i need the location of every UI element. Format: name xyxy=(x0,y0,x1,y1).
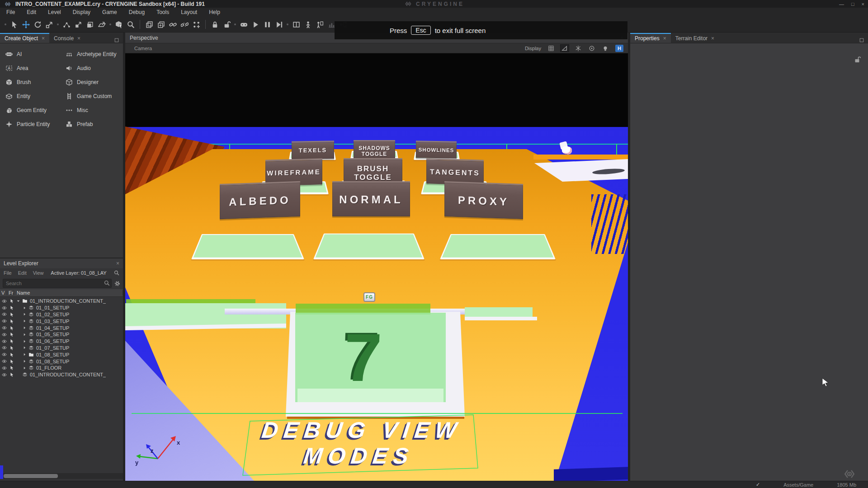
selectable-cursor-icon[interactable] xyxy=(9,339,14,343)
le-menu-view[interactable]: View xyxy=(33,270,44,276)
menu-file[interactable]: File xyxy=(6,9,15,15)
snap-pivot-button[interactable] xyxy=(72,19,84,30)
selectable-cursor-icon[interactable] xyxy=(9,299,14,303)
display-axis-button[interactable] xyxy=(574,44,583,52)
tab-close-icon[interactable]: × xyxy=(77,35,80,42)
selectable-cursor-icon[interactable] xyxy=(9,372,14,377)
create-item-geom-entity[interactable]: Geom Entity xyxy=(5,103,66,117)
select-object-button[interactable] xyxy=(113,19,125,30)
horizontal-scrollbar[interactable] xyxy=(0,473,123,479)
create-item-archetype-entity[interactable]: Archetype Entity xyxy=(66,47,126,61)
tree-row[interactable]: 01_FLOOR xyxy=(0,365,123,371)
tab-properties[interactable]: Properties× xyxy=(630,33,671,43)
le-menu-edit[interactable]: Edit xyxy=(18,270,27,276)
duplicate-button[interactable] xyxy=(143,19,155,30)
close-button[interactable]: × xyxy=(862,1,864,7)
sign-albedo[interactable]: ALBEDO xyxy=(220,181,300,219)
caret-right-icon[interactable] xyxy=(23,339,27,343)
layout-columns-button[interactable] xyxy=(290,19,302,30)
float-panel-icon[interactable] xyxy=(114,37,119,43)
le-menu-file[interactable]: File xyxy=(4,270,12,276)
snap-vertex-button[interactable] xyxy=(61,19,72,30)
caret-right-icon[interactable] xyxy=(23,306,27,310)
tab-console[interactable]: Console× xyxy=(49,33,85,43)
caret-right-icon[interactable] xyxy=(23,346,27,350)
create-item-area[interactable]: Area xyxy=(5,61,66,75)
lock-button[interactable] xyxy=(209,19,221,30)
viewport-3d-scene[interactable]: TEXELSSHADOWSTOGGLESHOWLINESWIREFRAMEBRU… xyxy=(125,53,628,481)
tree-row[interactable]: 01_08_SETUP xyxy=(0,358,123,365)
display-angle-button[interactable] xyxy=(560,44,569,52)
selectable-cursor-icon[interactable] xyxy=(9,332,14,337)
display-grid-button[interactable] xyxy=(547,44,556,52)
caret-right-icon[interactable] xyxy=(23,326,27,330)
unlock-button[interactable] xyxy=(221,19,232,30)
sign-showlines[interactable]: SHOWLINES xyxy=(416,141,457,159)
tab-create-object[interactable]: Create Object× xyxy=(0,33,49,43)
tab-close-icon[interactable]: × xyxy=(663,35,666,42)
tab-close-icon[interactable]: × xyxy=(42,35,45,42)
display-light-button[interactable] xyxy=(601,44,610,52)
copy-button[interactable] xyxy=(155,19,167,30)
tree-row[interactable]: 01_04_SETUP xyxy=(0,324,123,331)
caret-right-icon[interactable] xyxy=(23,366,27,370)
menu-level[interactable]: Level xyxy=(48,9,61,15)
gear-icon[interactable] xyxy=(114,281,120,286)
tree-row[interactable]: 01_08_SETUP xyxy=(0,351,123,358)
zoom-tool-button[interactable] xyxy=(125,19,137,30)
helpers-toggle-button[interactable]: H xyxy=(615,45,623,52)
scrollbar-thumb[interactable] xyxy=(4,474,58,478)
active-layer-label[interactable]: Active Layer: 01_08_LAY xyxy=(51,270,106,276)
sign-proxy[interactable]: PROXY xyxy=(444,181,523,219)
visibility-eye-icon[interactable] xyxy=(2,325,7,330)
visibility-eye-icon[interactable] xyxy=(2,299,7,304)
menu-layout[interactable]: Layout xyxy=(181,9,197,15)
tab-close-icon[interactable]: × xyxy=(711,35,714,42)
rotate-tool-button[interactable] xyxy=(32,19,43,30)
selectable-cursor-icon[interactable] xyxy=(9,305,14,310)
tree-row[interactable]: 01_02_SETUP xyxy=(0,311,123,318)
sign-texels[interactable]: TEXELS xyxy=(292,141,334,160)
visibility-eye-icon[interactable] xyxy=(2,339,7,344)
tree-row[interactable]: 01_INTRODUCTION_CONTENT_ xyxy=(0,298,123,305)
visibility-eye-icon[interactable] xyxy=(2,366,7,371)
selectable-cursor-icon[interactable] xyxy=(9,346,14,350)
select-tool-button[interactable] xyxy=(8,19,20,30)
create-item-entity[interactable]: Entity xyxy=(5,89,66,103)
maximize-button[interactable]: □ xyxy=(851,1,854,7)
visibility-eye-icon[interactable] xyxy=(2,352,7,357)
create-item-prefab[interactable]: Prefab xyxy=(66,117,126,131)
unlink-button[interactable] xyxy=(179,19,190,30)
visibility-eye-icon[interactable] xyxy=(2,372,7,377)
float-panel-icon[interactable] xyxy=(859,37,864,43)
tree-row[interactable]: 01_03_SETUP xyxy=(0,318,123,324)
display-menu[interactable]: Display xyxy=(525,46,541,51)
tree-row[interactable]: 01_06_SETUP xyxy=(0,338,123,345)
selectable-cursor-icon[interactable] xyxy=(9,352,14,357)
visibility-eye-icon[interactable] xyxy=(2,332,7,337)
group-add-button[interactable] xyxy=(190,19,202,30)
visibility-eye-icon[interactable] xyxy=(2,319,7,324)
selectable-cursor-icon[interactable] xyxy=(9,359,14,364)
camera-menu[interactable]: Camera xyxy=(134,46,152,51)
menu-debug[interactable]: Debug xyxy=(129,9,145,15)
menu-help[interactable]: Help xyxy=(209,9,220,15)
panel-unlock-icon[interactable] xyxy=(854,56,861,63)
tree-row[interactable]: 01_05_SETUP xyxy=(0,331,123,338)
measure-button[interactable] xyxy=(314,19,326,30)
visibility-eye-icon[interactable] xyxy=(2,359,7,364)
visibility-eye-icon[interactable] xyxy=(2,345,7,350)
snap-grid-button[interactable] xyxy=(84,19,96,30)
selectable-cursor-icon[interactable] xyxy=(9,312,14,317)
display-focus-button[interactable] xyxy=(587,44,596,52)
search-input[interactable] xyxy=(3,279,112,288)
move-tool-button[interactable] xyxy=(20,19,32,30)
selectable-cursor-icon[interactable] xyxy=(9,366,14,370)
create-item-audio[interactable]: Audio xyxy=(66,61,126,75)
caret-right-icon[interactable] xyxy=(23,352,27,357)
tab-terrain-editor[interactable]: Terrain Editor× xyxy=(671,33,719,43)
tree-row[interactable]: 01_INTRODUCTION_CONTENT_ xyxy=(0,371,123,378)
person-button[interactable] xyxy=(302,19,314,30)
scale-tool-button[interactable] xyxy=(43,19,55,30)
menu-tools[interactable]: Tools xyxy=(156,9,169,15)
